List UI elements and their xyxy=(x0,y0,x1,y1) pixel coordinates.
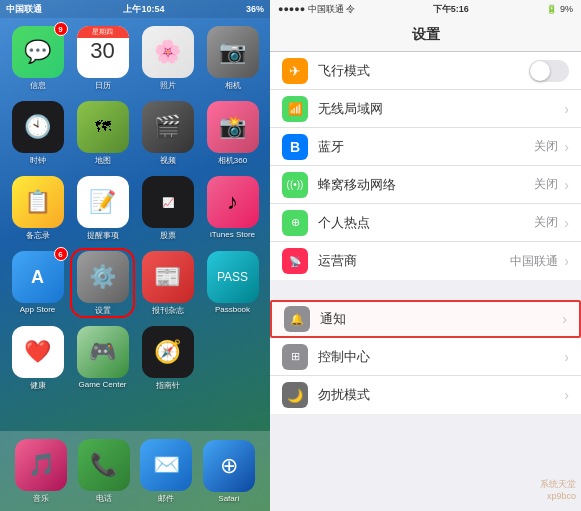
bluetooth-value: 关闭 xyxy=(534,138,558,155)
right-panel: ●●●●● 中国联通 令 下午5:16 🔋 9% 设置 ✈ 飞行模式 📶 无线局… xyxy=(270,0,581,511)
wifi-item[interactable]: 📶 无线局域网 › xyxy=(270,90,581,128)
app-passbook[interactable]: PASS Passbook xyxy=(205,251,260,316)
clock-icon: 🕙 xyxy=(12,101,64,153)
notification-item[interactable]: 🔔 通知 › xyxy=(270,300,581,338)
right-battery: 🔋 9% xyxy=(546,4,573,14)
reminders-label: 提醒事项 xyxy=(87,230,119,241)
safari-label: Safari xyxy=(218,494,239,503)
safari-icon: ⊕ xyxy=(203,440,255,492)
settings-section-2: 🔔 通知 › ⊞ 控制中心 › 🌙 勿扰模式 › xyxy=(270,300,581,414)
airplane-mode-item[interactable]: ✈ 飞行模式 xyxy=(270,52,581,90)
notes-label: 备忘录 xyxy=(26,230,50,241)
bluetooth-item[interactable]: B 蓝牙 关闭 › xyxy=(270,128,581,166)
carrier-chevron: › xyxy=(564,253,569,269)
settings-nav-bar: 设置 xyxy=(270,18,581,52)
app-compass[interactable]: 🧭 指南针 xyxy=(140,326,195,391)
mail-label: 邮件 xyxy=(158,493,174,504)
gamecenter-label: Game Center xyxy=(78,380,126,389)
dnd-chevron: › xyxy=(564,387,569,403)
dock-music[interactable]: 🎵 音乐 xyxy=(15,439,67,504)
appstore-label: App Store xyxy=(20,305,56,314)
cellular-item[interactable]: ((•)) 蜂窝移动网络 关闭 › xyxy=(270,166,581,204)
compass-icon: 🧭 xyxy=(142,326,194,378)
dock-phone[interactable]: 📞 电话 xyxy=(78,439,130,504)
carrier-icon: 📡 xyxy=(282,248,308,274)
dnd-item[interactable]: 🌙 勿扰模式 › xyxy=(270,376,581,414)
news-label: 报刊杂志 xyxy=(152,305,184,316)
app-reminders[interactable]: 📝 提醒事项 xyxy=(75,176,130,241)
stocks-icon: 📈 xyxy=(142,176,194,228)
app-photos[interactable]: 🌸 照片 xyxy=(140,26,195,91)
app-video[interactable]: 🎬 视频 xyxy=(140,101,195,166)
section-divider xyxy=(270,290,581,300)
health-icon: ❤️ xyxy=(12,326,64,378)
reminders-icon: 📝 xyxy=(77,176,129,228)
app-clock[interactable]: 🕙 时钟 xyxy=(10,101,65,166)
airplane-icon: ✈ xyxy=(282,58,308,84)
control-chevron: › xyxy=(564,349,569,365)
health-label: 健康 xyxy=(30,380,46,391)
notification-icon: 🔔 xyxy=(284,306,310,332)
settings-label: 设置 xyxy=(95,305,111,316)
toggle-knob xyxy=(530,61,550,81)
cellular-value: 关闭 xyxy=(534,176,558,193)
passbook-label: Passbook xyxy=(215,305,250,314)
calendar-icon: 星期四 30 xyxy=(77,26,129,78)
app-maps[interactable]: 🗺 地图 xyxy=(75,101,130,166)
carrier-label: 运营商 xyxy=(318,252,510,270)
app-empty xyxy=(205,326,260,391)
left-panel: 中国联通 上午10:54 36% 💬 9 信息 星期四 30 日历 🌸 照片 📷 xyxy=(0,0,270,511)
wifi-label: 无线局域网 xyxy=(318,100,564,118)
hotspot-value: 关闭 xyxy=(534,214,558,231)
control-center-item[interactable]: ⊞ 控制中心 › xyxy=(270,338,581,376)
settings-section-1: ✈ 飞行模式 📶 无线局域网 › B 蓝牙 关闭 › ((•)) 蜂窝移动网络 … xyxy=(270,52,581,280)
control-label: 控制中心 xyxy=(318,348,564,366)
news-icon: 📰 xyxy=(142,251,194,303)
app-appstore[interactable]: A 6 App Store xyxy=(10,251,65,316)
camera360-icon: 📸 xyxy=(207,101,259,153)
camera-icon: 📷 xyxy=(207,26,259,78)
maps-icon: 🗺 xyxy=(77,101,129,153)
phone-label: 电话 xyxy=(96,493,112,504)
clock-label: 时钟 xyxy=(30,155,46,166)
music-label: 音乐 xyxy=(33,493,49,504)
passbook-icon: PASS xyxy=(207,251,259,303)
app-gamecenter[interactable]: 🎮 Game Center xyxy=(75,326,130,391)
app-grid: 💬 9 信息 星期四 30 日历 🌸 照片 📷 相机 🕙 时钟 xyxy=(0,18,270,399)
left-time: 上午10:54 xyxy=(123,3,164,16)
app-notes[interactable]: 📋 备忘录 xyxy=(10,176,65,241)
carrier-item[interactable]: 📡 运营商 中国联通 › xyxy=(270,242,581,280)
hotspot-label: 个人热点 xyxy=(318,214,534,232)
dock-mail[interactable]: ✉️ 邮件 xyxy=(140,439,192,504)
app-camera360[interactable]: 📸 相机360 xyxy=(205,101,260,166)
app-calendar[interactable]: 星期四 30 日历 xyxy=(75,26,130,91)
settings-title: 设置 xyxy=(412,26,440,44)
compass-label: 指南针 xyxy=(156,380,180,391)
calendar-day: 30 xyxy=(90,38,114,64)
mail-icon: ✉️ xyxy=(140,439,192,491)
left-carrier: 中国联通 xyxy=(6,3,42,16)
wifi-chevron: › xyxy=(564,101,569,117)
airplane-toggle[interactable] xyxy=(529,60,569,82)
cellular-icon: ((•)) xyxy=(282,172,308,198)
appstore-icon: A 6 xyxy=(12,251,64,303)
app-camera[interactable]: 📷 相机 xyxy=(205,26,260,91)
app-itunes[interactable]: ♪ iTunes Store xyxy=(205,176,260,241)
bluetooth-chevron: › xyxy=(564,139,569,155)
dock-safari[interactable]: ⊕ Safari xyxy=(203,440,255,503)
photos-label: 照片 xyxy=(160,80,176,91)
app-stocks[interactable]: 📈 股票 xyxy=(140,176,195,241)
appstore-badge: 6 xyxy=(54,247,68,261)
camera360-label: 相机360 xyxy=(218,155,247,166)
app-health[interactable]: ❤️ 健康 xyxy=(10,326,65,391)
app-news[interactable]: 📰 报刊杂志 xyxy=(140,251,195,316)
app-settings[interactable]: ⚙️ 设置 xyxy=(75,251,130,316)
bluetooth-icon: B xyxy=(282,134,308,160)
app-messages[interactable]: 💬 9 信息 xyxy=(10,26,65,91)
carrier-value: 中国联通 xyxy=(510,253,558,270)
hotspot-chevron: › xyxy=(564,215,569,231)
notification-chevron: › xyxy=(562,311,567,327)
itunes-icon: ♪ xyxy=(207,176,259,228)
hotspot-item[interactable]: ⊕ 个人热点 关闭 › xyxy=(270,204,581,242)
stocks-label: 股票 xyxy=(160,230,176,241)
